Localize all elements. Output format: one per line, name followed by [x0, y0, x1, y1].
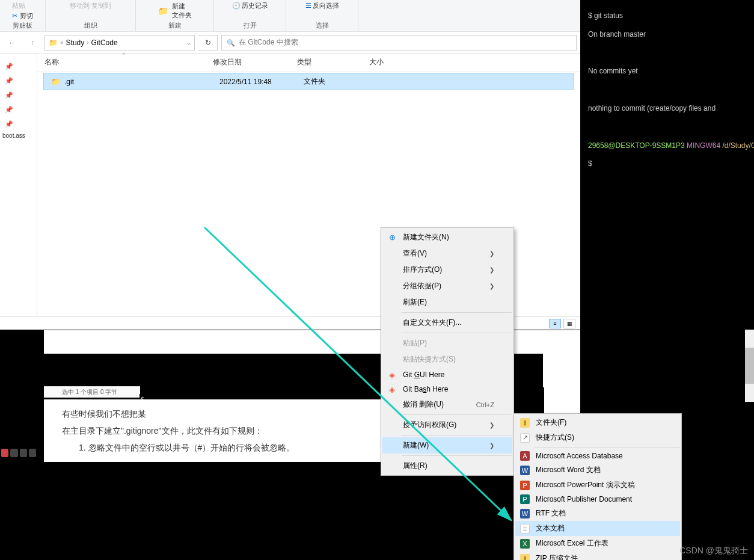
address-bar[interactable]: « Study › GitCode ⌵ — [44, 35, 195, 51]
txt-icon: ≡ — [520, 524, 530, 534]
crumb-gitcode[interactable]: GitCode — [91, 38, 118, 47]
up-button[interactable]: ↑ — [24, 34, 41, 51]
sub-publisher[interactable]: PMicrosoft Publisher Document — [515, 493, 680, 506]
ctx-git-gui[interactable]: ◈Git GUI Here — [382, 368, 512, 382]
scrollbar-thumb[interactable] — [745, 348, 754, 384]
back-button[interactable]: ← — [4, 34, 20, 51]
ribbon-org-label: 组织 — [84, 21, 97, 30]
address-dropdown[interactable]: ⌵ — [187, 39, 191, 46]
pin-icon[interactable] — [0, 58, 37, 73]
pin-icon[interactable] — [0, 87, 37, 102]
chevron-right-icon: ❯ — [489, 283, 494, 289]
rtf-icon: W — [520, 509, 530, 518]
ctx-new[interactable]: 新建(W)❯ — [382, 437, 512, 454]
watermark: CSDN @鬼鬼骑士 — [679, 546, 748, 556]
chevron-right-icon: › — [87, 39, 88, 46]
ctx-customize[interactable]: 自定义文件夹(F)... — [382, 315, 512, 331]
ctx-view[interactable]: 查看(V)❯ — [382, 245, 512, 262]
sub-access[interactable]: AMicrosoft Access Database — [515, 449, 680, 463]
access-icon: A — [520, 451, 530, 461]
new-folder-button[interactable]: 新建 文件夹 — [172, 2, 192, 20]
sub-word[interactable]: WMicrosoft Word 文档 — [515, 463, 680, 478]
sub-folder[interactable]: ▮文件夹(F) — [515, 415, 680, 430]
ctx-git-bash[interactable]: ◈Git Bash Here — [382, 382, 512, 396]
history-button[interactable]: 历史记录 — [232, 1, 268, 10]
chevron-right-icon: ❯ — [489, 422, 494, 428]
sub-rtf[interactable]: WRTF 文档 — [515, 506, 680, 521]
invert-select-button[interactable]: 反向选择 — [305, 1, 339, 10]
zip-icon: ▮ — [520, 554, 530, 561]
ctx-new-folder[interactable]: ⊕新建文件夹(N) — [382, 229, 512, 245]
ctx-grant-access[interactable]: 授予访问权限(G)❯ — [382, 417, 512, 433]
ctx-group[interactable]: 分组依据(P)❯ — [382, 278, 512, 294]
term-line: $ git status — [588, 11, 752, 21]
search-box[interactable]: 在 GitCode 中搜索 — [221, 35, 577, 51]
term-blank — [588, 48, 752, 58]
pin-icon[interactable] — [0, 116, 37, 131]
term-line: nothing to commit (create/copy files and — [588, 103, 752, 114]
sub-zip[interactable]: ▮ZIP 压缩文件 — [515, 551, 680, 560]
ctx-sort[interactable]: 排序方式(O)❯ — [382, 262, 512, 278]
term-prompt-line: 29658@DESKTOP-9SSM1P3 MINGW64 /d/Study/G — [588, 141, 752, 151]
sub-shortcut[interactable]: ↗快捷方式(S) — [515, 430, 680, 445]
term-line: No commits yet — [588, 66, 752, 76]
col-size[interactable]: 大小 — [369, 57, 417, 67]
sidebar-item[interactable]: boot.ass — [0, 131, 37, 141]
ribbon-new-label: 新建 — [168, 21, 182, 30]
cut-button[interactable]: 剪切 — [12, 11, 33, 20]
sub-excel[interactable]: XMicrosoft Excel 工作表 — [515, 536, 680, 551]
search-icon — [227, 38, 235, 47]
sort-indicator-icon: ⌃ — [121, 52, 126, 58]
git-icon: ◈ — [387, 371, 397, 380]
sub-ppt[interactable]: PMicrosoft PowerPoint 演示文稿 — [515, 478, 680, 493]
git-bash-terminal[interactable]: $ git status On branch master No commits… — [586, 0, 754, 330]
article-line2: 在主目录下建立".gitignore"文件，此文件有如下规则： — [62, 422, 363, 439]
article-line3: 1. 忽略文件中的空行或以井号（#）开始的行将会被忽略。 — [62, 439, 363, 456]
shortcut-icon: ↗ — [520, 433, 530, 443]
pin-icon[interactable] — [0, 102, 37, 116]
col-name[interactable]: 名称 — [44, 57, 213, 67]
shortcut-text: Ctrl+Z — [476, 401, 494, 408]
crumb-sep: « — [60, 39, 64, 46]
sub-txt[interactable]: ≡文本文档 — [515, 521, 680, 536]
ctx-refresh[interactable]: 刷新(E) — [382, 294, 512, 310]
ctx-properties[interactable]: 属性(R) — [382, 458, 512, 474]
excel-icon: X — [520, 539, 530, 549]
ctx-undo[interactable]: 撤消 删除(U)Ctrl+Z — [382, 396, 512, 413]
ribbon-select-label: 选择 — [316, 21, 329, 30]
search-placeholder: 在 GitCode 中搜索 — [239, 37, 298, 48]
ribbon-open-label: 打开 — [244, 21, 257, 30]
scrollbar[interactable] — [745, 330, 754, 402]
git-icon: ◈ — [387, 385, 397, 394]
col-date[interactable]: 修改日期 — [213, 57, 297, 67]
refresh-button[interactable]: ↻ — [198, 35, 218, 51]
chevron-right-icon: ❯ — [489, 250, 494, 257]
folder-icon — [49, 38, 58, 47]
taskbar-icon[interactable] — [1, 449, 8, 457]
ppt-icon: P — [520, 481, 530, 490]
file-type: 文件夹 — [304, 76, 376, 87]
view-details-button[interactable]: ≡ — [549, 319, 561, 328]
column-headers[interactable]: 名称 修改日期 类型 大小 ⌃ — [37, 54, 580, 72]
taskbar-icon[interactable] — [29, 449, 36, 457]
file-date: 2022/5/11 19:48 — [219, 78, 304, 86]
taskbar-icon[interactable] — [10, 449, 17, 457]
taskbar[interactable] — [0, 448, 37, 458]
sidebar: boot.ass — [0, 54, 37, 316]
article-line1: 有些时候我们不想把某 — [62, 405, 363, 422]
term-line: On branch master — [588, 29, 752, 40]
pin-icon[interactable] — [0, 73, 37, 87]
term-blank — [588, 85, 752, 95]
crumb-study[interactable]: Study — [66, 38, 85, 47]
taskbar-icon[interactable] — [20, 449, 27, 457]
new-folder-icon: ⊕ — [387, 233, 397, 242]
col-type[interactable]: 类型 — [297, 57, 369, 67]
separator — [402, 435, 512, 435]
separator — [402, 414, 512, 415]
separator — [402, 455, 512, 456]
separator — [402, 312, 512, 313]
ribbon-gray-item: 粘贴 — [12, 1, 33, 10]
word-icon: W — [520, 466, 530, 475]
view-icons-button[interactable]: ▦ — [563, 319, 575, 328]
file-row-git[interactable]: .git 2022/5/11 19:48 文件夹 — [43, 73, 574, 90]
